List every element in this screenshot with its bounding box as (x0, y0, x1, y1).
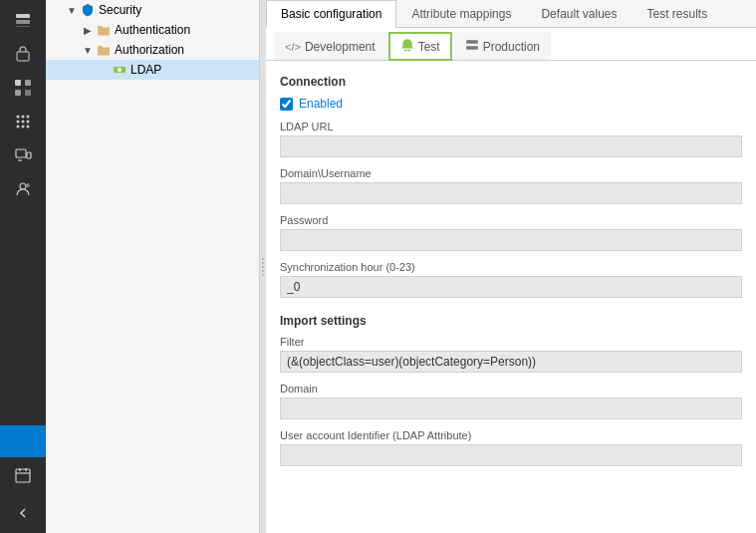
svg-rect-6 (15, 90, 21, 96)
sync-hour-group: Synchronization hour (0-23) (280, 261, 742, 298)
filter-label: Filter (280, 336, 742, 348)
svg-point-14 (17, 126, 20, 129)
filter-input[interactable] (280, 351, 742, 373)
expand-chevron-security: ▼ (66, 4, 78, 16)
tree-item-security[interactable]: ▼ Security (46, 0, 259, 20)
user-account-id-group: User account Identifier (LDAP Attribute) (280, 429, 742, 466)
tree-label-security: Security (99, 3, 141, 17)
svg-rect-5 (25, 80, 31, 86)
svg-point-8 (17, 116, 20, 119)
svg-rect-22 (16, 469, 30, 482)
tab-attribute-mappings[interactable]: Attribute mappings (396, 0, 526, 27)
import-domain-input[interactable] (280, 398, 742, 419)
expand-left-icon[interactable] (5, 497, 41, 529)
resize-dots (262, 258, 264, 276)
user-account-id-input[interactable] (280, 444, 742, 466)
enabled-label[interactable]: Enabled (299, 97, 343, 111)
import-settings-label: Import settings (280, 310, 742, 328)
import-domain-label: Domain (280, 383, 742, 395)
password-input[interactable] (280, 229, 742, 251)
tree-label-authentication: Authentication (115, 23, 190, 37)
server-icon (465, 38, 479, 55)
svg-point-21 (26, 183, 30, 187)
svg-rect-18 (27, 152, 31, 158)
enabled-checkbox[interactable] (280, 98, 293, 111)
svg-rect-28 (466, 40, 478, 44)
bell-icon (400, 38, 414, 55)
svg-rect-0 (16, 14, 30, 18)
main-tabs-row: Basic configuration Attribute mappings D… (266, 0, 756, 28)
env-tabs-row: </> Development Test Production (266, 28, 756, 61)
env-tab-test[interactable]: Test (388, 32, 452, 61)
svg-point-27 (118, 68, 122, 72)
security-tree-icon (80, 2, 96, 18)
device-icon[interactable] (5, 139, 41, 171)
toolbox-icon[interactable] (5, 38, 41, 70)
tree-item-authentication[interactable]: ▶ Authentication (46, 20, 259, 40)
domain-username-input[interactable] (280, 182, 742, 204)
enabled-row: Enabled (280, 97, 742, 111)
folder-authentication-icon (96, 22, 112, 38)
security-shield-icon[interactable] (0, 425, 46, 457)
user-settings-icon[interactable] (5, 173, 41, 205)
ldap-url-group: LDAP URL (280, 121, 742, 157)
svg-point-15 (22, 126, 25, 129)
tree-label-ldap: LDAP (130, 63, 161, 77)
svg-rect-29 (466, 46, 478, 50)
svg-point-10 (27, 116, 30, 119)
icon-bar (0, 0, 46, 533)
domain-username-label: Domain\Username (280, 167, 742, 179)
server-explorer-icon[interactable] (5, 4, 41, 36)
password-group: Password (280, 214, 742, 251)
connection-section-label: Connection (280, 75, 742, 89)
sync-hour-label: Synchronization hour (0-23) (280, 261, 742, 273)
import-domain-group: Domain (280, 383, 742, 419)
ldap-tree-icon (112, 62, 127, 78)
tab-default-values[interactable]: Default values (526, 0, 631, 27)
form-area: Connection Enabled LDAP URL Domain\Usern… (266, 61, 756, 533)
code-icon: </> (285, 41, 301, 53)
tree-panel: ▼ Security ▶ Authentication ▼ Authorizat… (46, 0, 260, 533)
tree-item-ldap[interactable]: ▶ LDAP (46, 60, 259, 80)
folder-authorization-icon (96, 42, 112, 58)
expand-chevron-authentication: ▶ (82, 24, 94, 36)
tab-basic-configuration[interactable]: Basic configuration (266, 0, 396, 28)
svg-point-13 (27, 121, 30, 124)
tree-label-authorization: Authorization (115, 43, 184, 57)
svg-point-11 (17, 121, 20, 124)
sync-hour-input[interactable] (280, 276, 742, 298)
env-tab-development[interactable]: </> Development (274, 32, 386, 60)
filter-group: Filter (280, 336, 742, 373)
svg-point-16 (27, 126, 30, 129)
svg-rect-3 (17, 52, 29, 61)
env-tab-production[interactable]: Production (454, 32, 551, 60)
svg-rect-1 (16, 20, 30, 24)
expand-chevron-authorization: ▼ (82, 44, 94, 56)
components-icon[interactable] (5, 72, 41, 104)
grid-icon[interactable] (5, 106, 41, 137)
svg-rect-7 (25, 90, 31, 96)
user-account-id-label: User account Identifier (LDAP Attribute) (280, 429, 742, 441)
ldap-url-label: LDAP URL (280, 121, 742, 133)
password-label: Password (280, 214, 742, 226)
svg-rect-17 (16, 149, 26, 157)
svg-point-12 (22, 121, 25, 124)
svg-point-20 (20, 183, 26, 189)
svg-point-9 (22, 116, 25, 119)
tree-item-authorization[interactable]: ▼ Authorization (46, 40, 259, 60)
tab-test-results[interactable]: Test results (632, 0, 723, 27)
ldap-url-input[interactable] (280, 135, 742, 157)
svg-rect-2 (16, 26, 30, 27)
svg-rect-4 (15, 80, 21, 86)
domain-username-group: Domain\Username (280, 167, 742, 204)
calendar-icon[interactable] (5, 459, 41, 491)
main-content: Basic configuration Attribute mappings D… (266, 0, 756, 533)
